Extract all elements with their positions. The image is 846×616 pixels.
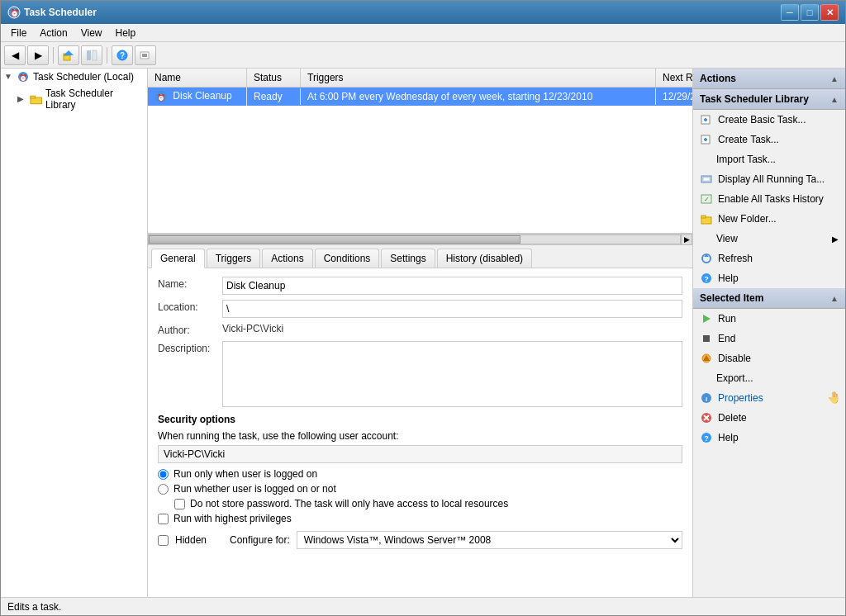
menu-action[interactable]: Action [33, 26, 74, 40]
action-run[interactable]: Run [693, 309, 845, 329]
scroll-right-btn[interactable]: ▶ [681, 234, 692, 245]
toolbar: ◀ ▶ ? [1, 42, 845, 69]
horizontal-scrollbar[interactable] [148, 235, 681, 244]
action-export[interactable]: Export... [693, 368, 845, 388]
export-button[interactable] [135, 45, 156, 65]
col-next[interactable]: Next Run Time [656, 69, 692, 87]
menu-help[interactable]: Help [109, 26, 143, 40]
task-list[interactable]: Name Status Triggers Next Run Time Last … [148, 69, 692, 234]
action-end[interactable]: End [693, 329, 845, 348]
library-header: Task Scheduler Library ▲ [693, 89, 845, 110]
show-hide-button[interactable] [81, 45, 102, 65]
action-display-running[interactable]: Display All Running Ta... [693, 169, 845, 189]
svg-marker-4 [64, 50, 74, 55]
enable-history-icon: ✓ [700, 192, 713, 206]
details-panel: General Triggers Actions Conditions Sett… [148, 245, 692, 597]
tree-item-local[interactable]: ▼ ⏰ Task Scheduler (Local) [1, 69, 147, 85]
window-controls: ─ □ ✕ [781, 4, 839, 21]
help-selected-icon: ? [700, 431, 713, 444]
col-triggers[interactable]: Triggers [301, 69, 656, 87]
selected-item-collapse-btn[interactable]: ▲ [830, 294, 839, 303]
tab-settings[interactable]: Settings [381, 249, 435, 268]
up-button[interactable] [58, 45, 79, 65]
maximize-button[interactable]: □ [801, 4, 819, 21]
back-button[interactable]: ◀ [4, 45, 26, 65]
action-disable[interactable]: Disable [693, 348, 845, 368]
radio-whether-logged[interactable]: Run whether user is logged on or not [158, 483, 682, 495]
selected-item-section: Selected Item ▲ Run [693, 288, 845, 448]
hidden-label: Hidden [175, 534, 207, 546]
new-folder-icon [700, 212, 713, 225]
author-value: Vicki-PC\Vicki [222, 323, 283, 334]
actions-collapse-btn[interactable]: ▲ [830, 74, 839, 83]
run-icon [700, 312, 713, 325]
no-password-checkbox[interactable] [174, 499, 185, 509]
window-title: Task Scheduler [24, 7, 781, 18]
svg-text:?: ? [120, 51, 125, 60]
svg-text:⏰: ⏰ [19, 73, 27, 82]
forward-button[interactable]: ▶ [27, 45, 49, 65]
action-delete-label: Delete [718, 412, 747, 424]
task-row[interactable]: ⏰ Disk Cleanup Ready At 6:00 PM every We… [148, 88, 692, 106]
tab-conditions[interactable]: Conditions [315, 249, 380, 268]
configure-select[interactable]: Windows Vista™, Windows Server™ 2008 [297, 531, 682, 549]
minimize-button[interactable]: ─ [781, 4, 799, 21]
checkbox-no-password: Do not store password. The task will onl… [174, 498, 682, 509]
action-enable-history-label: Enable All Tasks History [718, 193, 824, 205]
action-create-task[interactable]: Create Task... [693, 130, 845, 149]
action-delete[interactable]: Delete [693, 408, 845, 428]
import-task-icon [700, 153, 711, 166]
tab-triggers[interactable]: Triggers [207, 249, 261, 268]
action-help-selected[interactable]: ? Help [693, 428, 845, 448]
help-library-icon: ? [700, 272, 713, 285]
action-enable-history[interactable]: ✓ Enable All Tasks History [693, 189, 845, 209]
security-section: Security options When running the task, … [158, 414, 682, 549]
svg-text:⏰: ⏰ [10, 8, 20, 18]
name-input[interactable] [222, 277, 682, 295]
tab-history[interactable]: History (disabled) [437, 249, 532, 268]
status-text: Edits a task. [7, 601, 61, 613]
toolbar-separator-2 [107, 47, 107, 64]
properties-icon: i [700, 391, 713, 405]
svg-rect-2 [64, 55, 70, 60]
task-next-cell: 12/29/2010 6:00:00 PM [656, 88, 692, 105]
action-view[interactable]: View ▶ [693, 229, 845, 249]
create-task-icon [700, 133, 713, 146]
radio-logged-on-label: Run only when user is logged on [173, 468, 317, 480]
menu-file[interactable]: File [4, 26, 33, 40]
privileges-checkbox[interactable] [158, 514, 169, 524]
task-name-cell: ⏰ Disk Cleanup [148, 88, 247, 106]
col-status[interactable]: Status [247, 69, 301, 87]
action-import-task-label: Import Task... [716, 154, 776, 165]
tab-actions[interactable]: Actions [262, 249, 312, 268]
action-new-folder[interactable]: New Folder... [693, 209, 845, 229]
library-section: Task Scheduler Library ▲ Create Basic Ta… [693, 89, 845, 288]
view-submenu-arrow: ▶ [832, 235, 839, 244]
action-help-library[interactable]: ? Help [693, 268, 845, 288]
tab-general[interactable]: General [151, 249, 205, 268]
help-button[interactable]: ? [112, 45, 133, 65]
radio-logged-on[interactable]: Run only when user is logged on [158, 468, 682, 480]
col-name[interactable]: Name [148, 69, 247, 87]
name-label: Name: [158, 277, 222, 290]
author-label: Author: [158, 323, 222, 336]
action-create-basic[interactable]: Create Basic Task... [693, 110, 845, 130]
tree-item-library[interactable]: ▶ Task Scheduler Library [1, 85, 147, 113]
location-input[interactable] [222, 300, 682, 318]
action-properties[interactable]: i Properties 🤚 [693, 388, 845, 408]
action-create-task-label: Create Task... [718, 134, 779, 145]
close-button[interactable]: ✕ [820, 4, 839, 21]
radio-logged-on-input[interactable] [158, 469, 169, 480]
action-import-task[interactable]: Import Task... [693, 149, 845, 169]
svg-text:?: ? [704, 275, 709, 283]
description-input[interactable] [222, 341, 682, 407]
svg-text:✓: ✓ [704, 196, 710, 203]
library-collapse-btn[interactable]: ▲ [830, 95, 839, 104]
scrollbar-thumb[interactable] [149, 235, 520, 244]
hidden-checkbox[interactable] [158, 535, 169, 546]
radio-whether-logged-input[interactable] [158, 484, 169, 495]
action-refresh[interactable]: Refresh [693, 249, 845, 268]
svg-rect-6 [93, 50, 97, 60]
menu-bar: File Action View Help [1, 24, 845, 42]
menu-view[interactable]: View [74, 26, 109, 40]
